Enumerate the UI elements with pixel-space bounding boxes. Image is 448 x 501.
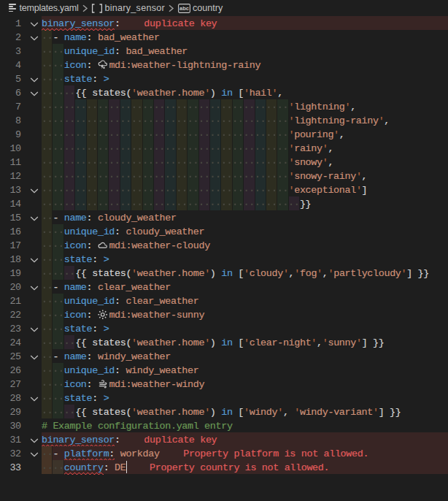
svg-text:abc: abc — [179, 5, 189, 12]
